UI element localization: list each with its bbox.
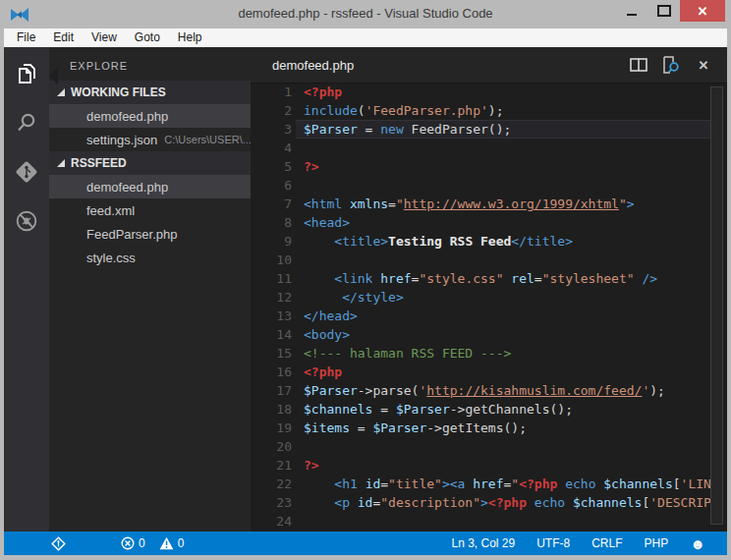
debug-icon[interactable] [4, 198, 49, 244]
line-number: 22 [251, 475, 296, 493]
error-count: 0 [139, 536, 145, 550]
file-item-settings.json[interactable]: settings.jsonC:\Users\USER\... [49, 128, 251, 151]
code-line-3[interactable]: 3$Parser = new FeedParser(); [251, 120, 710, 139]
code-line-10[interactable]: 10 [251, 251, 710, 269]
status-cursor-position[interactable]: Ln 3, Col 29 [451, 536, 515, 550]
code-line-7[interactable]: 7<html xmlns="http://www.w3.org/1999/xht… [251, 195, 710, 213]
minimize-icon [627, 14, 637, 16]
line-number: 12 [251, 288, 296, 307]
title-bar[interactable]: demofeed.php - rssfeed - Visual Studio C… [0, 0, 731, 28]
code-line-19[interactable]: 19$items = $Parser->getItems(); [251, 419, 710, 437]
code-line-12[interactable]: 12 </style> [251, 288, 710, 307]
line-number: 4 [251, 139, 296, 157]
line-content: $channels = $Parser->getChannels(); [296, 400, 710, 419]
file-item-demofeed.php[interactable]: demofeed.php [49, 175, 251, 198]
section-header-working-files[interactable]: WORKING FILES [49, 81, 251, 104]
vscode-window: demofeed.php - rssfeed - Visual Studio C… [0, 0, 731, 560]
line-number: 18 [251, 400, 296, 419]
file-item-FeedParser.php[interactable]: FeedParser.php [49, 222, 251, 246]
line-number: 13 [251, 307, 296, 325]
window-controls: ✕ [615, 0, 725, 22]
code-line-18[interactable]: 18$channels = $Parser->getChannels(); [251, 400, 710, 419]
git-icon[interactable] [4, 149, 49, 195]
minimize-button[interactable] [615, 0, 647, 22]
code-line-24[interactable]: 24 [251, 512, 710, 531]
close-button[interactable]: ✕ [680, 0, 725, 22]
menu-item-edit[interactable]: Edit [44, 28, 83, 47]
git-branch-icon[interactable] [51, 536, 66, 551]
close-icon: ✕ [698, 5, 708, 18]
status-bar: 0 0 Ln 3, Col 29UTF-8CRLFPHP☻ [4, 532, 727, 555]
line-number: 2 [251, 101, 296, 120]
status-eol[interactable]: CRLF [591, 536, 622, 550]
section-header-rssfeed[interactable]: RSSFEED [49, 151, 251, 175]
code-line-4[interactable]: 4 [251, 139, 710, 157]
line-content: <head> [296, 213, 710, 232]
file-path: C:\Users\USER\... [164, 134, 251, 145]
line-content: <?php [296, 363, 710, 381]
editor-header: demofeed.php ✕ [251, 47, 727, 84]
status-encoding[interactable]: UTF-8 [536, 536, 570, 550]
line-content: <body> [296, 325, 710, 344]
maximize-button[interactable] [647, 0, 680, 22]
line-content: $items = $Parser->getItems(); [296, 419, 710, 437]
line-content: <?php [296, 83, 710, 101]
line-number: 11 [251, 269, 296, 288]
code-line-8[interactable]: 8<head> [251, 213, 710, 232]
search-icon[interactable] [4, 100, 49, 145]
line-content [296, 139, 710, 157]
feedback-smiley-icon[interactable]: ☻ [690, 536, 705, 551]
code-line-20[interactable]: 20 [251, 437, 710, 456]
code-line-16[interactable]: 16<?php [251, 363, 710, 381]
code-line-6[interactable]: 6 [251, 176, 710, 195]
error-status[interactable]: 0 [121, 536, 145, 550]
warning-status[interactable]: 0 [159, 536, 185, 550]
code-line-9[interactable]: 9 <title>Testing RSS Feed</title> [251, 232, 710, 251]
editor-scrollbar[interactable] [710, 83, 724, 532]
code-line-1[interactable]: 1<?php [251, 83, 710, 101]
line-number: 8 [251, 213, 296, 232]
code-area[interactable]: 1<?php2include('FeedParser.php');3$Parse… [251, 83, 710, 532]
menu-item-file[interactable]: File [8, 28, 44, 47]
line-number: 1 [251, 83, 296, 101]
code-line-14[interactable]: 14<body> [251, 325, 710, 344]
close-editor-icon[interactable]: ✕ [694, 56, 713, 74]
code-line-11[interactable]: 11 <link href="style.css" rel="styleshee… [251, 269, 710, 288]
line-number: 6 [251, 176, 296, 195]
error-icon [121, 536, 135, 550]
line-content: <html xmlns="http://www.w3.org/1999/xhtm… [296, 195, 710, 213]
file-name: style.css [86, 251, 136, 265]
line-number: 3 [251, 120, 296, 139]
line-content [296, 251, 710, 269]
scrollbar-thumb[interactable] [710, 86, 723, 525]
sidebar-title: EXPLORE [49, 47, 251, 81]
line-number: 15 [251, 344, 296, 363]
line-content: <p id="description"><?php echo $channels… [296, 493, 710, 512]
code-line-21[interactable]: 21?> [251, 456, 710, 475]
menu-item-view[interactable]: View [83, 28, 126, 47]
code-line-2[interactable]: 2include('FeedParser.php'); [251, 101, 710, 120]
preview-icon[interactable] [661, 56, 681, 74]
code-line-17[interactable]: 17$Parser->parse('http://kisahmuslim.com… [251, 381, 710, 400]
warning-icon [159, 536, 174, 550]
status-language[interactable]: PHP [645, 536, 669, 550]
code-line-13[interactable]: 13</head> [251, 307, 710, 325]
code-line-22[interactable]: 22 <h1 id="title"><a href="<?php echo $c… [251, 475, 710, 493]
file-item-demofeed.php[interactable]: demofeed.php [49, 104, 251, 128]
menu-item-help[interactable]: Help [169, 28, 211, 47]
line-content: $Parser = new FeedParser(); [296, 120, 710, 139]
file-item-feed.xml[interactable]: feed.xml [49, 198, 251, 222]
editor-title: demofeed.php [272, 58, 354, 73]
code-line-5[interactable]: 5?> [251, 157, 710, 176]
code-line-15[interactable]: 15<!--- halaman RSS FEED ---> [251, 344, 710, 363]
line-content: </head> [296, 307, 710, 325]
file-item-style.css[interactable]: style.css [49, 246, 251, 269]
files-icon[interactable] [4, 51, 49, 96]
menu-item-goto[interactable]: Goto [126, 28, 169, 47]
line-number: 5 [251, 157, 296, 176]
code-line-23[interactable]: 23 <p id="description"><?php echo $chann… [251, 493, 710, 512]
twistie-icon [57, 88, 65, 96]
main-area: EXPLORE WORKING FILESdemofeed.phpsetting… [4, 47, 727, 532]
line-number: 16 [251, 363, 296, 381]
split-editor-icon[interactable] [629, 56, 648, 74]
